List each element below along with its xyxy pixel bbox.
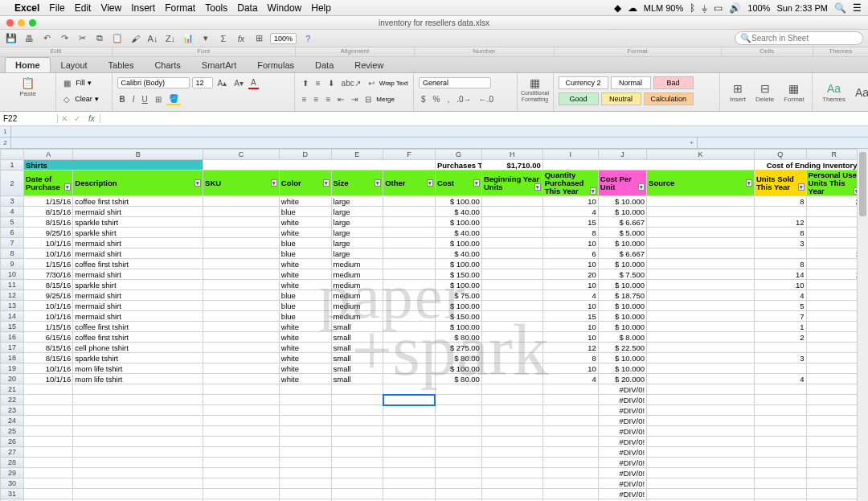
col-header-D[interactable]: D	[279, 150, 331, 160]
paste-button[interactable]: 📋Paste	[5, 75, 51, 99]
row-header-6[interactable]: 6	[1, 228, 24, 238]
outline-gutter-2[interactable]: 2+	[0, 138, 868, 149]
col-header-E[interactable]: E	[331, 150, 383, 160]
data-row[interactable]: 48/15/16mermaid shirtbluelarge$ 40.004$ …	[1, 207, 869, 217]
row-header-7[interactable]: 7	[1, 238, 24, 248]
row-header-22[interactable]: 22	[1, 395, 24, 405]
sort-desc-icon[interactable]: Z↓	[164, 32, 177, 45]
col-header-R[interactable]: R	[806, 150, 862, 160]
fx-icon[interactable]: fx	[235, 32, 248, 45]
redo-icon[interactable]: ↷	[58, 32, 71, 45]
bluetooth-icon[interactable]: ᛒ	[690, 2, 695, 14]
paste-icon[interactable]: 📋	[111, 32, 124, 45]
style-good[interactable]: Good	[559, 92, 599, 105]
data-row[interactable]: 1310/1/16mermaid shirtbluemedium$ 100.00…	[1, 301, 869, 311]
col-header-cost-per-unit[interactable]: Cost Per Unit▾	[598, 170, 646, 196]
align-middle-icon[interactable]: ≡	[313, 78, 323, 88]
mac-menu-tools[interactable]: Tools	[205, 2, 227, 14]
accept-formula-icon[interactable]: ✓	[71, 114, 84, 123]
mac-menu-file[interactable]: File	[49, 2, 64, 14]
insert-cells-button[interactable]: ⊞Insert	[725, 75, 751, 109]
empty-row[interactable]: 28#DIV/0!#DIV/0!	[1, 458, 869, 468]
data-row[interactable]: 2010/1/16mom life tshirtwhitesmall$ 80.0…	[1, 374, 869, 384]
row-header-21[interactable]: 21	[1, 384, 24, 395]
empty-row[interactable]: 25#DIV/0!#DIV/0!	[1, 426, 869, 437]
row-header-16[interactable]: 16	[1, 332, 24, 343]
col-header-units-sold-this-year[interactable]: Units Sold This Year▾	[754, 170, 806, 196]
theme-fonts-button[interactable]: Aa▾	[850, 75, 868, 109]
empty-row[interactable]: 27#DIV/0!#DIV/0!	[1, 447, 869, 458]
col-header-J[interactable]: J	[598, 150, 646, 160]
filter-icon[interactable]: ▾	[64, 183, 71, 191]
col-header-Q[interactable]: Q	[754, 150, 806, 160]
mac-menu-data[interactable]: Data	[237, 2, 257, 14]
indent-increase-icon[interactable]: ⇥	[349, 94, 360, 105]
border-button[interactable]: ⊞	[153, 94, 164, 105]
bold-button[interactable]: B	[117, 94, 128, 105]
col-header-I[interactable]: I	[542, 150, 598, 160]
row-header-29[interactable]: 29	[1, 468, 24, 478]
search-input[interactable]	[751, 34, 858, 43]
col-header-K[interactable]: K	[647, 150, 755, 160]
row-header-12[interactable]: 12	[1, 290, 24, 301]
show-formulas-icon[interactable]: ⊞	[252, 32, 265, 45]
menu-icon[interactable]: ☰	[853, 2, 862, 14]
row-header-5[interactable]: 5	[1, 217, 24, 228]
data-row[interactable]: 1910/1/16mom life tshirtwhitesmall$ 100.…	[1, 363, 869, 374]
vertical-scrollbar[interactable]	[857, 149, 868, 501]
row-header-31[interactable]: 31	[1, 489, 24, 499]
spreadsheet-grid[interactable]: ABCDEFGHIJKQRST1ShirtsPurchases This Yea…	[0, 149, 868, 501]
volume-icon[interactable]: 🔊	[729, 2, 741, 14]
name-box[interactable]: F22	[0, 114, 58, 123]
indent-decrease-icon[interactable]: ⇤	[335, 94, 346, 105]
row-header-2[interactable]: 2	[1, 170, 24, 196]
outline-gutter-1[interactable]: 1	[0, 126, 868, 138]
mac-menu-help[interactable]: Help	[311, 2, 331, 14]
empty-row[interactable]: 26#DIV/0!#DIV/0!	[1, 437, 869, 447]
percent-icon[interactable]: %	[431, 94, 443, 105]
col-header-C[interactable]: C	[203, 150, 280, 160]
increase-decimal-icon[interactable]: .0→	[454, 94, 473, 105]
align-top-icon[interactable]: ⬆	[300, 78, 311, 88]
data-row[interactable]: 129/25/16mermaid shirtbluemedium$ 75.004…	[1, 290, 869, 301]
col-header-color[interactable]: Color▾	[279, 170, 331, 196]
data-row[interactable]: 178/15/16cell phone tshirtwhitesmall$ 27…	[1, 343, 869, 353]
zoom-dropdown[interactable]: 100%	[270, 33, 297, 44]
help-icon[interactable]: ?	[301, 32, 314, 45]
col-header-H[interactable]: H	[481, 150, 542, 160]
display-icon[interactable]: ▭	[714, 2, 723, 14]
font-color-icon[interactable]: A	[248, 77, 259, 89]
row-header-26[interactable]: 26	[1, 437, 24, 447]
row-header-28[interactable]: 28	[1, 458, 24, 468]
style-currency[interactable]: Currency 2	[559, 76, 608, 89]
dropbox-icon[interactable]: ◆	[614, 2, 621, 14]
orientation-icon[interactable]: abc↗	[339, 78, 363, 88]
fill-button[interactable]: ▦	[61, 78, 73, 88]
col-header-F[interactable]: F	[383, 150, 436, 160]
ribbon-tab-tables[interactable]: Tables	[98, 57, 145, 72]
data-row[interactable]: 118/15/16sparkle shirtwhitemedium$ 100.0…	[1, 280, 869, 290]
col-header-personal-use-units-this-year[interactable]: Personal Use Units This Year▾	[806, 170, 862, 196]
ribbon-tab-review[interactable]: Review	[344, 57, 394, 72]
ribbon-tab-smartart[interactable]: SmartArt	[191, 57, 247, 72]
row-header-8[interactable]: 8	[1, 248, 24, 259]
filter-icon[interactable]: ▾	[590, 187, 596, 195]
align-bottom-icon[interactable]: ⬇	[326, 78, 337, 88]
row-header-1[interactable]: 1	[1, 160, 24, 170]
empty-row[interactable]: 29#DIV/0!#DIV/0!	[1, 468, 869, 478]
col-header-cost[interactable]: Cost▾	[435, 170, 481, 196]
row-header-27[interactable]: 27	[1, 447, 24, 458]
increase-font-icon[interactable]: A▴	[215, 78, 230, 88]
ribbon-tab-layout[interactable]: Layout	[51, 57, 98, 72]
italic-button[interactable]: I	[130, 94, 137, 105]
merge-button[interactable]: ⊟	[362, 94, 374, 105]
font-size-dropdown[interactable]: 12	[192, 77, 213, 88]
row-header-24[interactable]: 24	[1, 416, 24, 426]
number-format-dropdown[interactable]: General	[419, 77, 491, 88]
row-header-3[interactable]: 3	[1, 196, 24, 207]
comma-icon[interactable]: ,	[444, 94, 452, 105]
data-row[interactable]: 69/25/16sparkle shirtwhitelarge$ 40.008$…	[1, 228, 869, 238]
col-header-B[interactable]: B	[73, 150, 203, 160]
row-header-17[interactable]: 17	[1, 343, 24, 353]
currency-icon[interactable]: $	[419, 94, 428, 105]
